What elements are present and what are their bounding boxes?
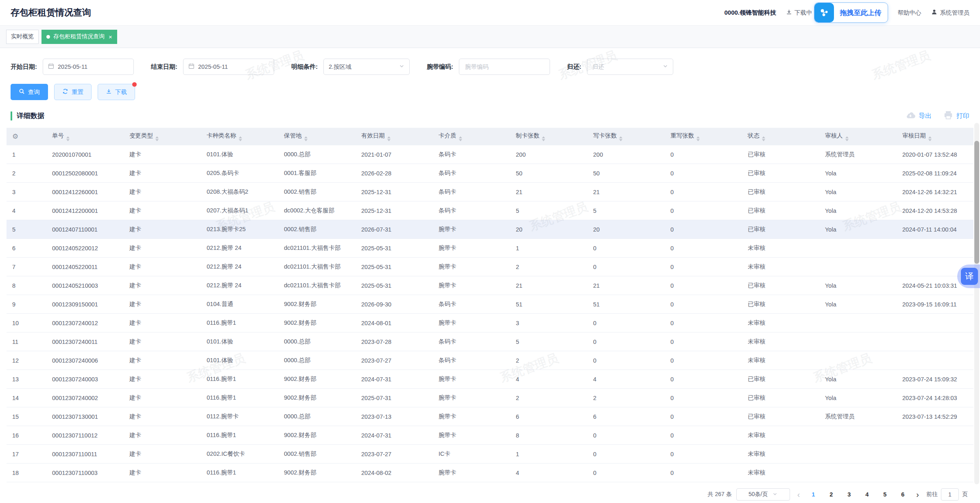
table-cell: 条码卡 [433, 332, 510, 351]
downloading-indicator[interactable]: 下载中 [786, 9, 812, 17]
table-row[interactable]: 1200012307240006建卡0101.体验0000.总部2023-07-… [7, 351, 973, 370]
netdisk-icon[interactable] [814, 3, 834, 22]
upload-drop-widget[interactable]: 拖拽至此上传 [814, 2, 888, 23]
next-page-button[interactable]: › [913, 490, 922, 499]
translate-icon[interactable]: 译 [961, 268, 978, 285]
table-cell: 建卡 [124, 314, 201, 332]
prev-page-button[interactable]: ‹ [794, 490, 803, 499]
column-header[interactable]: 单号 [46, 128, 124, 145]
sort-caret-icon[interactable] [762, 136, 765, 141]
page-number-4[interactable]: 4 [861, 491, 873, 498]
table-row[interactable]: 900012309150001建卡0104.普通9002.财务部2026-09-… [7, 295, 973, 314]
settings-gear-icon[interactable]: ⚙ [12, 133, 18, 140]
column-header[interactable]: 保管地 [278, 128, 356, 145]
table-cell: 6 [7, 239, 46, 258]
help-center-link[interactable]: 帮助中心 [898, 9, 921, 17]
page-size-select[interactable]: 50条/页 [736, 488, 790, 501]
download-button[interactable]: 下载 [98, 84, 135, 100]
table-row[interactable]: 1700012307110011建卡0202.IC餐饮卡0002.销售部2023… [7, 445, 973, 464]
table-row[interactable]: 1300012307240003建卡0116.腕带19002.财务部2024-0… [7, 370, 973, 389]
table-cell: 2 [7, 164, 46, 183]
sort-caret-icon[interactable] [239, 136, 242, 141]
sort-caret-icon[interactable] [459, 136, 462, 141]
export-button[interactable]: 导出 [905, 110, 932, 122]
sort-caret-icon[interactable] [619, 136, 622, 141]
column-header[interactable]: 状态 [742, 128, 819, 145]
reset-button[interactable]: 重置 [54, 84, 92, 100]
detail-condition-select[interactable]: 2.按区域 [323, 59, 410, 75]
print-label: 打印 [956, 112, 969, 120]
chevron-down-icon [399, 63, 404, 70]
page-number-5[interactable]: 5 [879, 491, 891, 498]
table-cell: 已审核 [742, 276, 819, 295]
tab-realtime-overview[interactable]: 实时概览 [6, 30, 39, 44]
sort-caret-icon[interactable] [387, 136, 391, 141]
column-header[interactable]: 有效日期 [356, 128, 433, 145]
sort-caret-icon[interactable] [542, 136, 545, 141]
sort-caret-icon[interactable] [155, 136, 159, 141]
table-cell: 0 [665, 389, 742, 407]
table-row[interactable]: 500012407110001建卡0213.腕带卡250002.销售部2026-… [7, 220, 973, 239]
page-number-2[interactable]: 2 [825, 491, 837, 498]
table-cell: 0 [665, 239, 742, 258]
page-number-3[interactable]: 3 [843, 491, 855, 498]
column-header[interactable]: 制卡张数 [510, 128, 587, 145]
table-cell: 0 [587, 239, 665, 258]
print-button[interactable]: 打印 [943, 110, 969, 122]
column-header[interactable]: 写卡张数 [587, 128, 665, 145]
table-cell: 已审核 [742, 389, 819, 407]
detail-condition-field: 明细条件: 2.按区域 [291, 59, 410, 75]
table-row[interactable]: 700012405220011建卡0212.腕带 24dc021101.大福售卡… [7, 258, 973, 276]
column-header[interactable]: 变更类型 [124, 128, 201, 145]
goto-page-input[interactable] [941, 488, 959, 501]
table-row[interactable]: 1202001070001建卡0101.体验0000.总部2021-01-07条… [7, 145, 973, 164]
table-row[interactable]: 800012405210003建卡0212.腕带 24dc021101.大福售卡… [7, 276, 973, 295]
table-cell: 51 [587, 295, 665, 314]
table-cell: 建卡 [124, 295, 201, 314]
table-row[interactable]: 1800012307110003建卡0116.腕带19002.财务部2024-0… [7, 464, 973, 482]
table-row[interactable]: 1600012307110012建卡0116.腕带19002.财务部2024-0… [7, 426, 973, 445]
query-button[interactable]: 查询 [11, 84, 48, 100]
start-date-input[interactable]: 2025-05-11 [43, 59, 134, 75]
table-cell: 00012307110003 [46, 464, 124, 482]
tab-locker-rental-query[interactable]: 存包柜租赁情况查询 × [41, 30, 117, 44]
table-cell: 2024-12-26 14:32:21 [897, 183, 973, 201]
table-row[interactable]: 1400012307240002建卡0116.腕带19002.财务部2025-0… [7, 389, 973, 407]
table-cell: 0116.腕带1 [201, 389, 278, 407]
sort-caret-icon[interactable] [928, 136, 932, 141]
table-row[interactable]: 600012405220012建卡0212.腕带 24dc021101.大福售卡… [7, 239, 973, 258]
sort-caret-icon[interactable] [696, 136, 700, 141]
table-cell: 00012405210003 [46, 276, 124, 295]
table-row[interactable]: 200012502080001建卡0205.条码卡0001.客服部2026-02… [7, 164, 973, 183]
close-icon[interactable]: × [109, 34, 112, 40]
table-cell: 9002.财务部 [278, 389, 356, 407]
column-header[interactable]: 重写张数 [665, 128, 742, 145]
column-header[interactable]: 卡种类名称 [201, 128, 278, 145]
sort-caret-icon[interactable] [845, 136, 849, 141]
table-cell: 10 [7, 314, 46, 332]
page-number-6[interactable]: 6 [897, 491, 909, 498]
table-row[interactable]: 1100012307240011建卡0101.体验0000.总部2023-07-… [7, 332, 973, 351]
page-number-1[interactable]: 1 [807, 491, 819, 498]
table-row[interactable]: 300012412260001建卡0208.大福条码20002.销售部2025-… [7, 183, 973, 201]
table-cell [897, 445, 973, 464]
pagination-bar: 共 267 条 50条/页 ‹ 123456 › 前往 页 [0, 486, 980, 503]
scrollbar-thumb[interactable] [974, 141, 979, 264]
table-cell: 17 [7, 445, 46, 464]
table-cell: 2025-02-08 11:09:24 [897, 164, 973, 183]
user-menu[interactable]: 系统管理员 [931, 9, 970, 17]
column-header[interactable]: 审核人 [819, 128, 897, 145]
return-select[interactable]: 归还 [587, 59, 673, 75]
column-header[interactable]: 审核日期 [897, 128, 973, 145]
wristband-code-input[interactable] [464, 59, 550, 75]
translate-fab[interactable]: 译 [957, 265, 980, 288]
sort-caret-icon[interactable] [66, 136, 70, 141]
table-row[interactable]: 1500012307130001建卡0112.腕带卡0000.总部2023-07… [7, 407, 973, 426]
end-date-input[interactable]: 2025-05-11 [183, 59, 274, 75]
table-cell: 未审核 [742, 314, 819, 332]
table-row[interactable]: 400012412200001建卡0207.大福条码1dc0002.大仓客服部2… [7, 201, 973, 220]
table-row[interactable]: 1000012307240012建卡0116.腕带19002.财务部2024-0… [7, 314, 973, 332]
sort-caret-icon[interactable] [304, 136, 308, 141]
column-header-label: 写卡张数 [593, 132, 617, 139]
column-header[interactable]: 卡介质 [433, 128, 510, 145]
